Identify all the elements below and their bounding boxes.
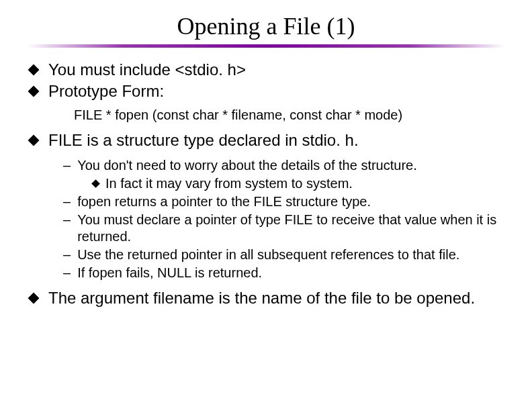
diamond-icon (28, 293, 40, 304)
bullet-item: FILE is a structure type declared in std… (30, 130, 505, 150)
sub-text: You don't need to worry about the detail… (77, 157, 505, 174)
subsub-item: In fact it may vary from system to syste… (93, 175, 505, 192)
sub-item: – You must declare a pointer of type FIL… (63, 212, 505, 245)
bullet-text: The argument filename is the name of the… (48, 288, 505, 308)
diamond-icon (28, 86, 40, 97)
slide-content: You must include <stdio. h> Prototype Fo… (27, 60, 505, 308)
sub-text: You must declare a pointer of type FILE … (77, 212, 505, 245)
dash-icon: – (63, 193, 71, 210)
bullet-item: The argument filename is the name of the… (30, 288, 505, 308)
bullet-item: You must include <stdio. h> (30, 60, 505, 80)
title-divider (27, 44, 505, 48)
sub-text: fopen returns a pointer to the FILE stru… (77, 193, 505, 210)
bullet-text: You must include <stdio. h> (48, 60, 505, 80)
slide-title: Opening a File (1) (27, 12, 505, 40)
diamond-small-icon (91, 179, 100, 188)
bullet-text: Prototype Form: (48, 81, 505, 101)
subsub-text: In fact it may vary from system to syste… (105, 175, 505, 192)
bullet-item: Prototype Form: (30, 81, 505, 101)
dash-icon: – (63, 265, 71, 281)
sub-text: Use the returned pointer in all subseque… (77, 246, 505, 263)
sub-item: – Use the returned pointer in all subseq… (63, 246, 505, 263)
dash-icon: – (63, 246, 71, 263)
sub-text: If fopen fails, NULL is returned. (77, 265, 505, 281)
diamond-icon (28, 135, 40, 146)
sub-item: – If fopen fails, NULL is returned. (63, 265, 505, 281)
dash-icon: – (63, 212, 71, 228)
bullet-text: FILE is a structure type declared in std… (48, 130, 505, 150)
code-line: FILE * fopen (const char * filename, con… (74, 107, 505, 124)
slide: Opening a File (1) You must include <std… (0, 0, 532, 411)
sub-item: – You don't need to worry about the deta… (63, 157, 505, 174)
dash-icon: – (63, 157, 71, 174)
diamond-icon (28, 64, 40, 76)
sub-item: – fopen returns a pointer to the FILE st… (63, 193, 505, 210)
